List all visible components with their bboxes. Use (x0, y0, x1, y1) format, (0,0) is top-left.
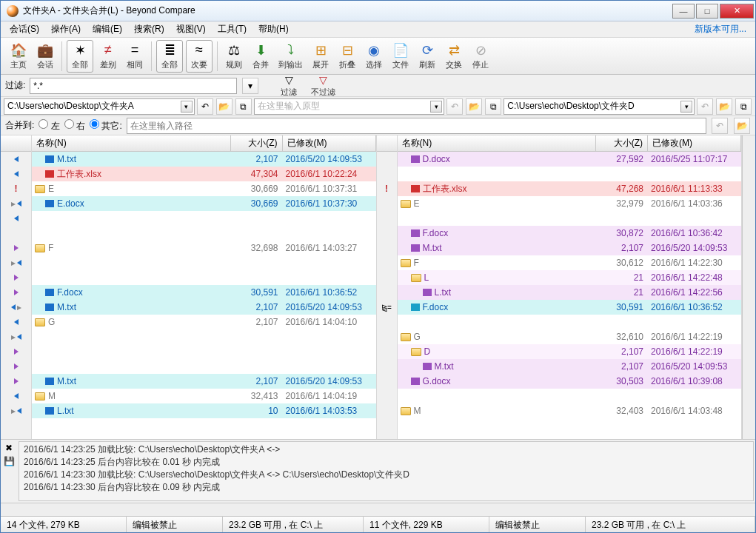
folder-icon (411, 274, 421, 282)
table-row[interactable] (398, 418, 742, 433)
menu-view[interactable]: 视图(V) (172, 21, 210, 37)
table-row[interactable]: L.txt212016/6/1 14:22:56 (398, 285, 742, 300)
swap-button[interactable]: ⇄交换 (441, 40, 467, 73)
mergeto-path-input[interactable] (127, 118, 706, 134)
session-button[interactable]: 💼会话 (32, 40, 58, 73)
table-row[interactable]: F32,6982016/6/1 14:03:27 (32, 241, 376, 255)
table-row[interactable]: M.txt2,1072016/5/20 14:09:53 (398, 241, 742, 255)
table-row[interactable]: M.txt2,1072016/5/20 14:09:53 (32, 374, 376, 389)
table-row[interactable]: M32,4132016/6/1 14:04:19 (32, 389, 376, 403)
table-row[interactable]: D2,1072016/6/1 14:22:19 (398, 344, 742, 359)
log-toggle-icon[interactable]: ✖ (5, 443, 13, 453)
table-row[interactable] (32, 329, 376, 344)
left-col-modified[interactable]: 已修改(M) (283, 135, 376, 151)
mergeto-browse-icon[interactable]: 📂 (734, 118, 750, 134)
table-row[interactable]: 工作表.xlsx47,3042016/6/1 10:22:24 (32, 167, 376, 181)
home-button[interactable]: 🏠主页 (5, 40, 32, 73)
maximize-button[interactable]: □ (696, 4, 718, 19)
table-row[interactable]: F.docx30,5912016/6/1 10:36:52 (32, 285, 376, 300)
table-row[interactable]: M.txt2,1072016/5/20 14:09:53 (398, 359, 742, 374)
menu-session[interactable]: 会话(S) (5, 21, 44, 37)
right-col-size[interactable]: 大小(Z) (596, 135, 648, 151)
left-path-combo[interactable]: C:\Users\echo\Desktop\文件夹A▾ (4, 98, 195, 115)
right-path-combo[interactable]: C:\Users\echo\Desktop\文件夹D▾ (504, 98, 695, 115)
menu-edit[interactable]: 编辑(E) (88, 21, 127, 37)
table-row[interactable]: M.txt2,1072016/5/20 14:09:53 (32, 152, 376, 167)
table-row[interactable]: L.txt102016/6/1 14:03:53 (32, 403, 376, 418)
table-row[interactable]: F30,6122016/6/1 14:22:30 (398, 255, 742, 270)
table-row[interactable] (398, 315, 742, 329)
center-bin-icon[interactable]: ⧉ (485, 98, 501, 115)
right-col-name[interactable]: 名称(N) (398, 135, 597, 151)
table-row[interactable]: G.docx30,5032016/6/1 10:39:08 (398, 374, 742, 389)
left-browse-icon[interactable]: 📂 (216, 98, 233, 115)
table-row[interactable] (398, 167, 742, 181)
right-browse-icon[interactable]: 📂 (716, 98, 732, 115)
table-row[interactable]: 工作表.xlsx47,2682016/6/1 11:13:33 (398, 181, 742, 196)
left-bin-icon[interactable]: ⧉ (235, 98, 252, 115)
mergeto-other-radio[interactable]: 其它: (90, 119, 122, 133)
expand-button[interactable]: ⊞展开 (307, 40, 334, 73)
right-bin-icon[interactable]: ⧉ (735, 98, 752, 115)
table-row[interactable]: E.docx30,6692016/6/1 10:37:30 (32, 196, 376, 211)
table-row[interactable]: E32,9792016/6/1 14:03:36 (398, 196, 742, 211)
table-row[interactable]: F.docx30,8722016/6/1 10:36:42 (398, 226, 742, 241)
gutter-marker: ▸ (1, 196, 31, 211)
log-save-icon[interactable]: 💾 (4, 456, 15, 466)
merge-button[interactable]: ⬇合并 (247, 40, 274, 73)
mergeto-right-radio[interactable]: 右 (64, 119, 85, 133)
refresh-button[interactable]: ⟳刷新 (414, 40, 441, 73)
table-row[interactable] (32, 344, 376, 359)
mergeto-undo-icon[interactable]: ↶ (712, 118, 728, 134)
left-col-name[interactable]: 名称(N) (32, 135, 231, 151)
menu-tools[interactable]: 工具(T) (213, 21, 251, 37)
diff-button[interactable]: ≠差别 (95, 40, 121, 73)
table-row[interactable]: G2,1072016/6/1 14:04:10 (32, 315, 376, 329)
right-col-modified[interactable]: 已修改(M) (648, 135, 741, 151)
menu-help[interactable]: 帮助(H) (254, 21, 293, 37)
log-text[interactable]: 2016/6/1 14:23:25 加载比较: C:\Users\echo\De… (19, 441, 754, 501)
table-row[interactable]: F.docx30,5912016/6/1 10:36:52 (398, 300, 742, 315)
close-button[interactable]: ✕ (720, 4, 754, 19)
table-row[interactable]: M32,4032016/6/1 14:03:48 (398, 403, 742, 418)
nofilter-button[interactable]: ▽不过滤 (307, 76, 340, 96)
rules-button[interactable]: ⚖规则 (221, 40, 247, 73)
center-browse-icon[interactable]: 📂 (466, 98, 482, 115)
menu-search[interactable]: 搜索(R) (130, 21, 169, 37)
table-row[interactable] (32, 270, 376, 285)
tooutput-button[interactable]: ⤵到输出 (274, 40, 307, 73)
vertical-scrollbar[interactable] (742, 135, 755, 439)
next-button[interactable]: ≈次要 (186, 40, 213, 73)
center-undo-icon[interactable]: ↶ (446, 98, 463, 115)
table-row[interactable]: M.txt2,1072016/5/20 14:09:53 (32, 300, 376, 315)
right-undo-icon[interactable]: ↶ (697, 98, 713, 115)
filter-button[interactable]: ▽过滤 (275, 76, 302, 96)
menu-action[interactable]: 操作(A) (47, 21, 85, 37)
stop-button[interactable]: ⊘停止 (467, 40, 494, 73)
table-row[interactable] (32, 211, 376, 226)
filter-input[interactable] (30, 78, 237, 94)
table-row[interactable] (398, 211, 742, 226)
table-row[interactable]: G32,6102016/6/1 14:22:19 (398, 329, 742, 344)
filter-dropdown[interactable]: ▾ (242, 78, 258, 94)
table-row[interactable]: D.docx27,5922016/5/25 11:07:17 (398, 152, 742, 167)
allbox-button[interactable]: ≣全部 (156, 40, 183, 73)
left-col-size[interactable]: 大小(Z) (231, 135, 283, 151)
select-button[interactable]: ◉选择 (361, 40, 387, 73)
table-row[interactable] (32, 359, 376, 374)
minimize-button[interactable]: — (672, 4, 695, 19)
collapse-button[interactable]: ⊟折叠 (334, 40, 361, 73)
left-undo-icon[interactable]: ↶ (197, 98, 213, 115)
table-row[interactable]: L212016/6/1 14:22:48 (398, 270, 742, 285)
center-path-combo[interactable]: 在这里输入原型▾ (254, 98, 445, 115)
new-version-link[interactable]: 新版本可用... (690, 21, 751, 37)
table-row[interactable]: E30,6692016/6/1 10:37:31 (32, 181, 376, 196)
file-button[interactable]: 📄文件 (387, 40, 414, 73)
same-button[interactable]: =相同 (121, 40, 148, 73)
horizontal-scrollbar[interactable] (1, 503, 755, 516)
table-row[interactable] (32, 255, 376, 270)
table-row[interactable] (32, 226, 376, 241)
mergeto-left-radio[interactable]: 左 (39, 119, 59, 133)
all-button[interactable]: ✶全部 (67, 40, 93, 73)
table-row[interactable] (398, 389, 742, 403)
